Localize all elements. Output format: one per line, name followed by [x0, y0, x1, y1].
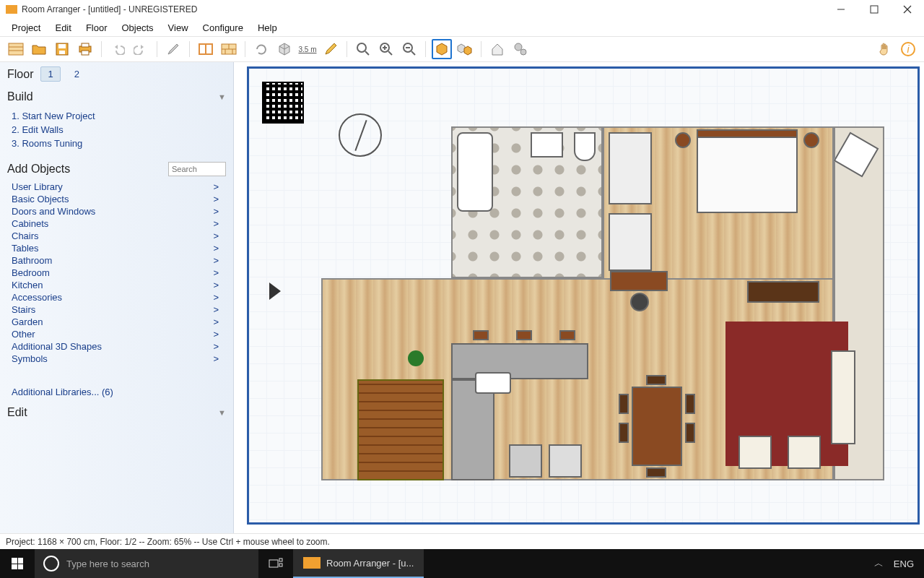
tv-unit[interactable] [747, 281, 819, 303]
taskbar-app-room-arranger[interactable]: Room Arranger - [u... [293, 549, 424, 578]
office-chair[interactable] [630, 293, 649, 311]
wardrobe[interactable] [609, 132, 652, 204]
stool[interactable] [559, 330, 575, 340]
edit-header[interactable]: Edit▼ [0, 402, 233, 422]
cat-stairs[interactable]: Stairs> [12, 303, 222, 316]
rotate-icon[interactable] [251, 39, 271, 59]
new-project-icon[interactable] [6, 39, 26, 59]
zoom-icon[interactable] [353, 39, 373, 59]
multi-cube-icon[interactable] [455, 39, 475, 59]
brush-icon[interactable] [163, 39, 183, 59]
toilet[interactable] [574, 132, 596, 161]
maximize-button[interactable] [858, 0, 891, 19]
menu-floor[interactable]: Floor [79, 21, 115, 35]
chair[interactable] [619, 394, 629, 414]
chair[interactable] [646, 375, 666, 385]
print-icon[interactable] [75, 39, 95, 59]
open-icon[interactable] [29, 39, 49, 59]
floorplan-canvas[interactable] [247, 66, 920, 525]
cat-3d-shapes[interactable]: Additional 3D Shapes> [12, 340, 222, 353]
cat-doors-windows[interactable]: Doors and Windows> [12, 205, 222, 217]
menu-project[interactable]: Project [4, 21, 48, 35]
redo-icon[interactable] [131, 39, 151, 59]
build-header[interactable]: Build▼ [0, 86, 233, 106]
menu-help[interactable]: Help [250, 21, 284, 35]
chevron-down-icon: ▼ [218, 408, 226, 417]
cat-tables[interactable]: Tables> [12, 242, 222, 254]
view-3d-icon[interactable] [432, 39, 452, 59]
wardrobe[interactable] [609, 213, 652, 271]
appliance[interactable] [509, 444, 542, 478]
headboard[interactable] [697, 129, 798, 138]
lamp[interactable] [675, 132, 691, 148]
floor-plan[interactable] [285, 98, 903, 508]
cat-bedroom[interactable]: Bedroom> [12, 267, 222, 279]
menu-edit[interactable]: Edit [48, 21, 78, 35]
floor-tab-2[interactable]: 2 [68, 67, 86, 81]
pencil-icon[interactable] [321, 39, 341, 59]
desk[interactable] [610, 271, 668, 291]
armchair[interactable] [788, 436, 821, 469]
cortana-icon [43, 556, 59, 571]
menu-view[interactable]: View [161, 21, 196, 35]
tray-lang[interactable]: ENG [894, 558, 914, 569]
menu-objects[interactable]: Objects [115, 21, 161, 35]
cat-bathroom[interactable]: Bathroom> [12, 254, 222, 267]
bathtub[interactable] [457, 132, 493, 212]
cube-icon[interactable] [274, 39, 295, 59]
menu-configure[interactable]: Configure [196, 21, 250, 35]
build-start-new-project[interactable]: 1. Start New Project [12, 109, 222, 123]
build-rooms-tuning[interactable]: 3. Rooms Tuning [12, 137, 222, 150]
cat-user-library[interactable]: User Library> [12, 181, 222, 193]
cat-other[interactable]: Other> [12, 328, 222, 340]
cat-symbols[interactable]: Symbols> [12, 353, 222, 365]
stool[interactable] [473, 330, 489, 340]
cat-basic-objects[interactable]: Basic Objects> [12, 193, 222, 205]
bricks-icon[interactable] [219, 39, 239, 59]
entry-arrow-icon [269, 282, 281, 300]
appliance[interactable] [549, 444, 582, 478]
kitchen-island[interactable] [451, 343, 588, 379]
close-button[interactable] [891, 0, 924, 19]
measure-icon[interactable]: 3.5 m [297, 39, 318, 59]
bed[interactable] [697, 134, 798, 213]
chair[interactable] [685, 423, 695, 443]
lamp[interactable] [803, 132, 819, 148]
chair[interactable] [685, 394, 695, 414]
plant[interactable] [408, 350, 424, 366]
floor-tab-1[interactable]: 1 [40, 66, 60, 82]
hand-icon[interactable] [875, 39, 895, 59]
svg-text:i: i [907, 43, 910, 55]
walls-icon[interactable] [196, 39, 216, 59]
gears-icon[interactable] [510, 39, 531, 59]
kitchen-sink[interactable] [475, 372, 511, 394]
zoom-out-icon[interactable] [399, 39, 419, 59]
home-icon[interactable] [487, 39, 507, 59]
cat-kitchen[interactable]: Kitchen> [12, 279, 222, 291]
undo-icon[interactable] [108, 39, 128, 59]
armchair[interactable] [738, 436, 772, 469]
kitchen-counter[interactable] [451, 379, 494, 480]
sink[interactable] [531, 132, 563, 158]
minimize-button[interactable] [824, 0, 858, 19]
chair[interactable] [646, 467, 666, 478]
stool[interactable] [516, 330, 532, 340]
chair[interactable] [619, 423, 629, 443]
zoom-in-icon[interactable] [376, 39, 396, 59]
taskbar-search[interactable]: Type here to search [35, 549, 258, 578]
cat-chairs[interactable]: Chairs> [12, 230, 222, 242]
build-edit-walls[interactable]: 2. Edit Walls [12, 123, 222, 137]
cat-accessories[interactable]: Accessories> [12, 291, 222, 303]
stairs[interactable] [357, 379, 444, 480]
start-button[interactable] [0, 549, 35, 578]
search-input[interactable] [168, 162, 226, 176]
save-icon[interactable] [52, 39, 72, 59]
additional-libraries-link[interactable]: Additional Libraries... (6) [0, 371, 233, 402]
cat-cabinets[interactable]: Cabinets> [12, 217, 222, 230]
dining-table[interactable] [632, 387, 682, 466]
info-icon[interactable]: i [898, 39, 918, 59]
sofa[interactable] [831, 350, 855, 444]
tray-chevron-icon[interactable]: ︿ [874, 557, 884, 570]
cat-garden[interactable]: Garden> [12, 316, 222, 328]
task-view-icon[interactable] [258, 549, 293, 578]
